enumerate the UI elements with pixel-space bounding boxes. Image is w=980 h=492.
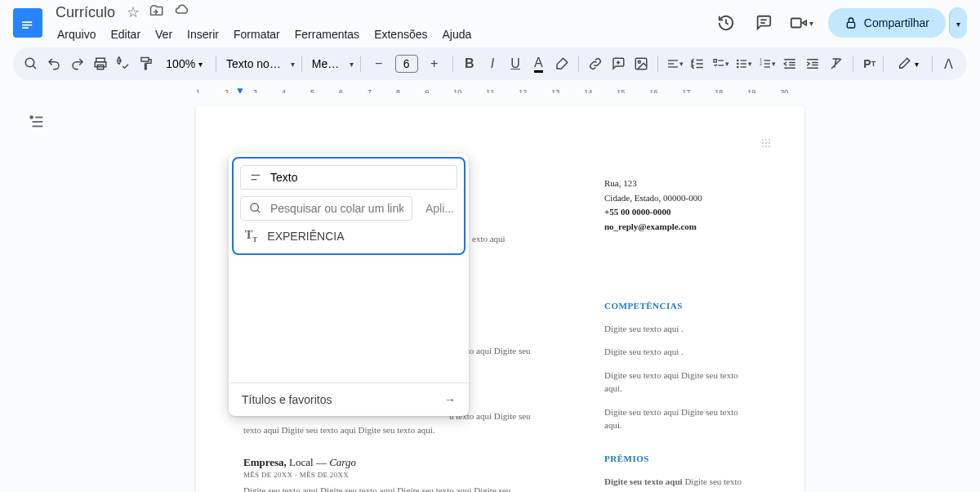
spellcheck-icon[interactable] — [114, 52, 133, 75]
share-dropdown[interactable]: ▾ — [949, 7, 967, 38]
outline-icon[interactable] — [24, 110, 49, 134]
italic-icon[interactable]: I — [483, 52, 502, 75]
comments-icon[interactable] — [752, 11, 775, 34]
experience-body: Digite seu texto aqui Digite seu texto a… — [243, 484, 572, 492]
svg-line-8 — [33, 65, 36, 69]
experience-date: MÊS DE 20XX - MÊS DE 20XX — [243, 471, 572, 479]
docs-logo[interactable] — [13, 8, 42, 38]
add-comment-icon[interactable] — [608, 52, 628, 75]
bold-icon[interactable]: B — [460, 52, 479, 75]
drag-handle-icon[interactable] — [762, 139, 773, 150]
suggestion-label: EXPERIÊNCIA — [267, 230, 344, 243]
increase-indent-icon[interactable] — [803, 52, 822, 75]
svg-point-7 — [25, 58, 34, 67]
text-color-icon[interactable]: A — [528, 52, 548, 75]
email-text: no_reply@example.com — [604, 220, 744, 235]
paint-format-icon[interactable] — [136, 52, 156, 75]
text-field-icon — [249, 171, 262, 184]
arrow-right-icon: → — [444, 393, 456, 406]
decrease-size-icon[interactable]: − — [368, 52, 390, 75]
collapse-icon[interactable]: ᐱ — [939, 52, 959, 75]
award-item: Digite seu texto aqui Digite seu texto a… — [604, 475, 744, 492]
menu-arquivo[interactable]: Arquivo — [51, 25, 102, 44]
svg-line-52 — [257, 210, 260, 212]
share-button[interactable]: Compartilhar — [828, 8, 946, 38]
increase-size-icon[interactable]: + — [423, 52, 446, 75]
body-text: texto aqui Digite seu texto aqui Digite … — [243, 423, 572, 437]
underline-icon[interactable]: U — [506, 52, 525, 75]
link-url-input[interactable] — [270, 202, 403, 215]
align-icon[interactable]: ▾ — [665, 52, 684, 75]
move-icon[interactable] — [149, 3, 164, 21]
svg-point-27 — [737, 63, 738, 64]
insert-image-icon[interactable] — [631, 52, 651, 75]
competency-item: Digite seu texto aqui . — [604, 345, 744, 359]
menu-ajuda[interactable]: Ajuda — [436, 25, 479, 44]
zoom-select[interactable]: 100%▾ — [159, 57, 209, 70]
menu-formatar[interactable]: Formatar — [227, 25, 287, 44]
headings-bookmarks-link[interactable]: Títulos e favoritos → — [229, 382, 469, 416]
body-text: exto aqui — [472, 232, 572, 246]
history-icon[interactable] — [715, 11, 737, 34]
redo-icon[interactable] — [67, 52, 87, 75]
svg-rect-6 — [847, 22, 854, 28]
svg-point-28 — [737, 66, 738, 67]
undo-icon[interactable] — [44, 52, 64, 75]
star-icon[interactable]: ☆ — [127, 3, 140, 21]
checklist-icon[interactable]: ▾ — [710, 52, 730, 75]
address-line: Cidade, Estado, 00000-000 — [604, 191, 744, 206]
svg-rect-23 — [714, 60, 716, 62]
decrease-indent-icon[interactable] — [780, 52, 800, 75]
svg-rect-12 — [141, 58, 149, 62]
experience-heading: Empresa, Local — Cargo — [243, 456, 572, 469]
section-heading-premios: PRÊMIOS — [604, 452, 744, 467]
svg-point-51 — [251, 204, 258, 211]
print-icon[interactable] — [91, 52, 110, 75]
link-text-field[interactable] — [240, 165, 457, 190]
svg-rect-5 — [791, 19, 801, 28]
numbered-list-icon[interactable]: 12▾ — [757, 52, 777, 75]
svg-text:2: 2 — [760, 62, 762, 66]
link-url-field[interactable] — [240, 196, 412, 221]
menu-ver[interactable]: Ver — [149, 25, 179, 44]
link-icon[interactable] — [586, 52, 605, 75]
heading-icon: TT — [245, 229, 257, 244]
svg-point-26 — [737, 60, 738, 60]
search-icon[interactable] — [21, 52, 41, 75]
search-icon — [249, 202, 262, 215]
insert-link-dialog: Apli... TT EXPERIÊNCIA Títulos e favorit… — [229, 154, 469, 416]
font-size-input[interactable] — [395, 55, 418, 73]
svg-point-16 — [638, 60, 640, 63]
link-text-input[interactable] — [270, 171, 448, 184]
svg-point-45 — [30, 116, 33, 119]
address-line: Rua, 123 — [604, 177, 744, 191]
font-select[interactable]: Merri... — [309, 57, 346, 70]
highlight-icon[interactable] — [551, 52, 571, 75]
menu-inserir[interactable]: Inserir — [180, 25, 225, 44]
svg-rect-1 — [22, 25, 32, 26]
meet-button[interactable]: ▾ — [790, 14, 813, 32]
document-title[interactable]: Currículo — [51, 2, 120, 23]
bullet-list-icon[interactable]: ▾ — [734, 52, 754, 75]
svg-rect-2 — [22, 27, 29, 29]
editing-mode-button[interactable]: ▾ — [890, 56, 925, 71]
section-heading-competencias: COMPETÊNCIAS — [604, 299, 744, 314]
menu-extensoes[interactable]: Extensões — [368, 25, 434, 44]
menu-ferramentas[interactable]: Ferramentas — [288, 25, 366, 44]
menu-editar[interactable]: Editar — [104, 25, 147, 44]
link-suggestion[interactable]: TT EXPERIÊNCIA — [240, 221, 457, 247]
share-label: Compartilhar — [864, 16, 929, 29]
apply-button[interactable]: Apli... — [422, 202, 457, 215]
cloud-icon[interactable] — [174, 3, 190, 21]
page-setup-icon[interactable]: PT — [860, 52, 880, 75]
clear-format-icon[interactable] — [826, 52, 846, 75]
competency-item: Digite seu texto aqui Digite seu texto a… — [604, 405, 744, 432]
competency-item: Digite seu texto aqui Digite seu texto a… — [604, 369, 744, 396]
paragraph-style-select[interactable]: Texto nor… — [223, 57, 287, 70]
phone-text: +55 00 0000-0000 — [604, 205, 744, 220]
line-spacing-icon[interactable] — [688, 52, 707, 75]
competency-item: Digite seu texto aqui . — [604, 322, 744, 336]
svg-rect-0 — [22, 21, 32, 23]
